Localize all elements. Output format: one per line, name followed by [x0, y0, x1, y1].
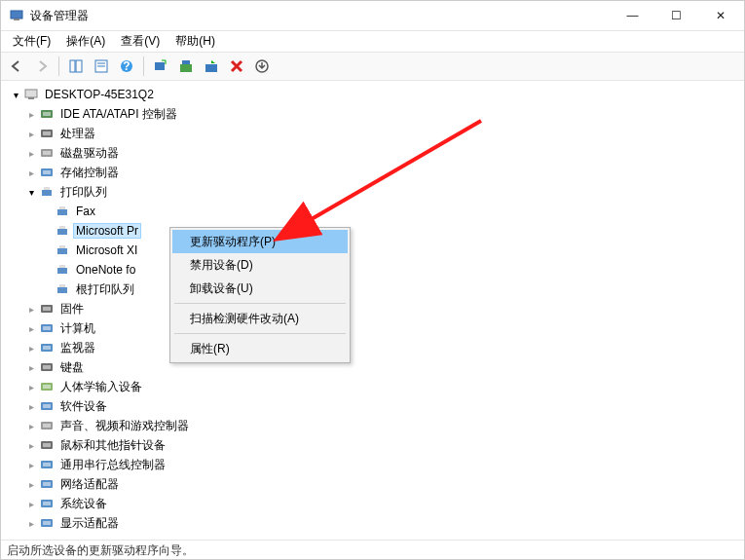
expand-icon[interactable] — [24, 518, 38, 529]
tree-label: DESKTOP-45E31Q2 — [43, 88, 156, 101]
svg-rect-39 — [43, 326, 51, 330]
tree-category[interactable]: 显示适配器 — [7, 513, 744, 533]
network-icon — [39, 476, 55, 492]
expand-icon[interactable] — [24, 148, 38, 159]
tree-category[interactable]: IDE ATA/ATAPI 控制器 — [7, 104, 744, 124]
tree-category[interactable]: 鼠标和其他指针设备 — [7, 435, 744, 455]
printer-icon — [39, 184, 55, 200]
svg-rect-21 — [43, 151, 51, 155]
properties-button[interactable] — [90, 55, 113, 78]
tree-category-printers[interactable]: 打印队列 — [7, 182, 744, 202]
forward-button[interactable] — [30, 55, 54, 78]
svg-rect-15 — [28, 97, 34, 99]
tree-device[interactable]: OneNote fo — [7, 260, 744, 280]
tree-label: Fax — [74, 205, 97, 218]
svg-rect-43 — [43, 365, 51, 369]
tree-category[interactable]: 处理器 — [7, 124, 744, 143]
showhide-button[interactable] — [64, 55, 88, 78]
toolbar-separator — [58, 56, 59, 76]
tree-label: 软件设备 — [58, 398, 109, 415]
tree-label: 通用串行总线控制器 — [58, 457, 168, 473]
toolbar: ? — [1, 52, 744, 81]
tree-label: 存储控制器 — [58, 165, 121, 181]
tree-label: 磁盘驱动器 — [58, 145, 121, 162]
expand-icon[interactable] — [24, 499, 38, 509]
update-driver-button[interactable] — [174, 55, 198, 78]
svg-rect-24 — [42, 190, 52, 196]
expand-icon[interactable] — [24, 129, 38, 139]
expand-icon[interactable] — [24, 109, 38, 120]
tree-category[interactable]: 人体学输入设备 — [7, 377, 744, 396]
expand-icon[interactable] — [24, 187, 38, 198]
tree-device[interactable]: Microsoft Pr — [7, 221, 744, 241]
tree-category[interactable]: 磁盘驱动器 — [7, 143, 744, 163]
mouse-icon — [39, 437, 55, 453]
svg-rect-37 — [43, 307, 51, 311]
tree-label: Microsoft XI — [74, 243, 139, 257]
tree-label: 监视器 — [58, 340, 97, 356]
tree-category[interactable]: 通用串行总线控制器 — [7, 455, 744, 474]
expand-icon[interactable] — [24, 440, 38, 451]
uninstall-button[interactable] — [225, 55, 248, 78]
tree-category[interactable]: 声音、视频和游戏控制器 — [7, 416, 744, 435]
cpu-icon — [39, 126, 55, 141]
tree-category[interactable]: 键盘 — [7, 357, 744, 377]
tree-category[interactable]: 监视器 — [7, 338, 744, 357]
expand-icon[interactable] — [24, 343, 38, 354]
svg-rect-35 — [59, 284, 65, 287]
menu-file[interactable]: 文件(F) — [5, 31, 58, 52]
device-tree[interactable]: DESKTOP-45E31Q2 IDE ATA/ATAPI 控制器 处理器 磁盘… — [1, 81, 744, 539]
printer-icon — [55, 281, 70, 297]
scan-button[interactable] — [149, 55, 172, 78]
expand-icon[interactable] — [24, 401, 38, 412]
tree-device[interactable]: 根打印队列 — [7, 280, 744, 299]
svg-rect-12 — [205, 64, 217, 72]
tree-label: 鼠标和其他指针设备 — [58, 437, 168, 454]
tree-category[interactable]: 固件 — [7, 299, 744, 318]
expand-icon[interactable] — [24, 168, 38, 178]
tree-device[interactable]: Fax — [7, 202, 744, 221]
back-button[interactable] — [5, 55, 28, 78]
svg-rect-29 — [59, 226, 65, 229]
expand-icon[interactable] — [24, 479, 38, 490]
minimize-button[interactable]: — — [611, 1, 654, 30]
tree-category[interactable]: 网络适配器 — [7, 474, 744, 494]
tree-category[interactable]: 存储控制器 — [7, 163, 744, 182]
svg-rect-27 — [59, 206, 65, 209]
menu-help[interactable]: 帮助(H) — [168, 31, 223, 52]
legacy-button[interactable] — [250, 55, 274, 78]
tree-category[interactable]: 系统设备 — [7, 494, 744, 513]
ctx-properties[interactable]: 属性(R) — [172, 337, 348, 360]
expand-icon[interactable] — [24, 460, 38, 470]
help-button[interactable]: ? — [115, 55, 138, 78]
status-text: 启动所选设备的更新驱动程序向导。 — [7, 543, 194, 557]
expand-icon[interactable] — [24, 362, 38, 373]
expand-icon[interactable] — [24, 304, 38, 315]
tree-label: 系统设备 — [58, 496, 109, 512]
expand-icon[interactable] — [24, 421, 38, 431]
disable-button[interactable] — [200, 55, 223, 78]
expand-icon[interactable] — [9, 90, 22, 100]
menu-action[interactable]: 操作(A) — [58, 31, 113, 52]
printer-icon — [55, 243, 70, 258]
tree-category[interactable]: 软件设备 — [7, 396, 744, 416]
ctx-disable-device[interactable]: 禁用设备(D) — [172, 253, 348, 277]
svg-rect-32 — [57, 268, 67, 274]
maximize-button[interactable]: ☐ — [654, 1, 698, 30]
tree-root[interactable]: DESKTOP-45E31Q2 — [7, 85, 744, 104]
ctx-uninstall-device[interactable]: 卸载设备(U) — [172, 277, 348, 300]
tree-label: 固件 — [58, 301, 86, 317]
ctx-update-driver[interactable]: 更新驱动程序(P) — [172, 230, 348, 253]
tree-device[interactable]: Microsoft XI — [7, 241, 744, 260]
expand-icon[interactable] — [24, 323, 38, 334]
tree-label: 处理器 — [58, 126, 97, 142]
tree-label: 计算机 — [58, 320, 97, 337]
expand-icon[interactable] — [24, 382, 38, 392]
tree-category[interactable]: 计算机 — [7, 318, 744, 338]
ctx-scan-hardware[interactable]: 扫描检测硬件改动(A) — [172, 307, 348, 330]
close-button[interactable]: ✕ — [698, 1, 742, 30]
menu-view[interactable]: 查看(V) — [113, 31, 168, 52]
computer-icon — [23, 87, 39, 102]
svg-rect-59 — [43, 521, 51, 525]
svg-rect-3 — [76, 60, 82, 72]
